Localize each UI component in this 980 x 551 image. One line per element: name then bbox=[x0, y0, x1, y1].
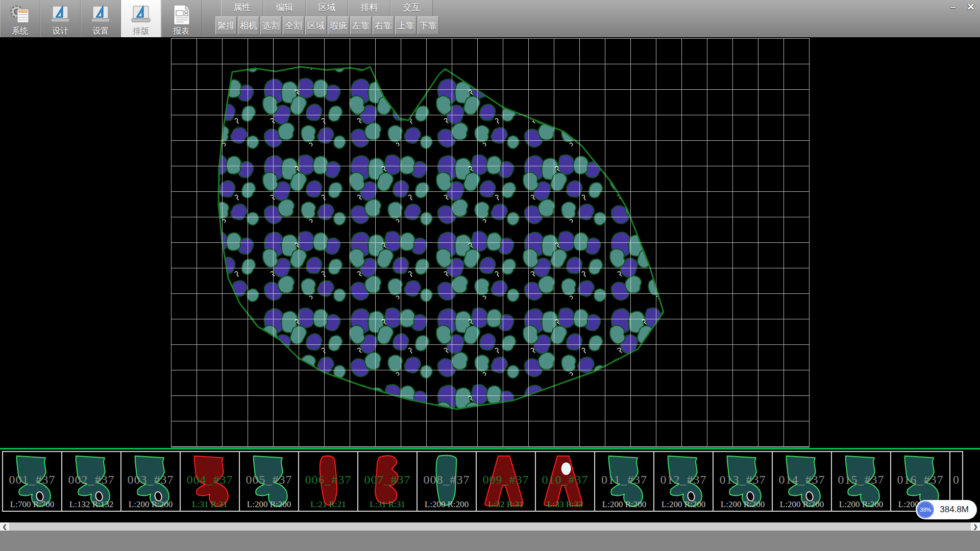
tool-button-4[interactable]: 区域 bbox=[305, 16, 327, 35]
tool-button-0[interactable]: 聚排 bbox=[215, 16, 237, 35]
piece-thumbnail[interactable]: 013_#37L:200 R:200 bbox=[713, 451, 773, 512]
piece-thumbnail[interactable]: 003_#37L:200 R:200 bbox=[120, 451, 181, 512]
piece-thumbnail[interactable]: 014_#37L:200 R:200 bbox=[772, 451, 832, 512]
window-controls: – ✕ bbox=[945, 1, 978, 13]
app-button-settings-ruler[interactable]: 设置 bbox=[81, 0, 121, 37]
app-button-report-doc[interactable]: 报表 bbox=[161, 0, 202, 37]
piece-shape bbox=[241, 453, 297, 510]
piece-shape bbox=[715, 453, 770, 510]
tool-button-9[interactable]: 下靠 bbox=[418, 16, 439, 35]
piece-thumbnail[interactable]: 004_#37L:31 R:31 bbox=[180, 451, 240, 512]
tool-button-1[interactable]: 相机 bbox=[238, 16, 259, 35]
tool-button-8[interactable]: 上靠 bbox=[395, 16, 416, 35]
piece-shape bbox=[774, 453, 829, 510]
piece-shape bbox=[5, 453, 60, 510]
piece-shape bbox=[182, 453, 237, 510]
piece-shape bbox=[597, 453, 652, 510]
canvas-viewport[interactable] bbox=[0, 37, 980, 448]
parts-strip: 001_#37L:700 R:700002_#37L:132 R:132003_… bbox=[0, 448, 980, 514]
menu-tab-1[interactable]: 编辑 bbox=[263, 0, 306, 16]
progress-circle: 38% bbox=[917, 501, 934, 518]
piece-thumbnail[interactable]: 002_#37L:132 R:132 bbox=[61, 451, 121, 512]
app-launcher: 系统设计设置排版报表 bbox=[0, 0, 202, 37]
piece-shape bbox=[834, 453, 889, 510]
layout-ruler-icon bbox=[130, 4, 152, 26]
piece-thumbnail[interactable]: 001_#37L:700 R:700 bbox=[2, 451, 62, 512]
piece-shape bbox=[656, 453, 711, 510]
piece-thumbnail[interactable]: 015_#37L:200 R:200 bbox=[831, 451, 891, 512]
piece-thumbnail[interactable]: 005_#37L:200 R:200 bbox=[239, 451, 299, 512]
minimize-button[interactable]: – bbox=[945, 1, 961, 13]
piece-shape bbox=[64, 453, 119, 510]
piece-thumbnail[interactable]: 011_#37L:200 R:200 bbox=[594, 451, 654, 512]
piece-thumbnail[interactable]: 006_#37L:21 R:21 bbox=[298, 451, 358, 512]
app-button-label: 报表 bbox=[173, 26, 189, 36]
menu-tab-4[interactable]: 交互 bbox=[390, 0, 433, 16]
toolbar: 系统设计设置排版报表 属性编辑区域排料交互 聚排相机选割全割区域瑕疵左靠右靠上靠… bbox=[0, 0, 980, 37]
app-button-label: 系统 bbox=[12, 26, 28, 36]
bottom-bar bbox=[0, 531, 980, 551]
app-button-label: 排版 bbox=[133, 26, 149, 36]
parts-list: 001_#37L:700 R:700002_#37L:132 R:132003_… bbox=[2, 451, 980, 512]
app-button-label: 设计 bbox=[52, 26, 68, 36]
piece-shape bbox=[478, 453, 533, 510]
menu-tabs: 属性编辑区域排料交互 bbox=[221, 0, 439, 16]
piece-shape bbox=[537, 453, 593, 510]
memory-label: 384.8M bbox=[940, 505, 969, 515]
piece-thumbnail[interactable]: 012_#37L:200 R:200 bbox=[653, 451, 714, 512]
piece-shape bbox=[123, 453, 178, 510]
menu-tab-0[interactable]: 属性 bbox=[221, 0, 263, 16]
report-doc-icon bbox=[170, 4, 192, 26]
hide-shape[interactable] bbox=[218, 67, 664, 409]
piece-thumbnail[interactable]: 007_#37L:31 R:31 bbox=[357, 451, 418, 512]
tool-bar: 聚排相机选割全割区域瑕疵左靠右靠上靠下靠 bbox=[215, 16, 439, 36]
tool-button-3[interactable]: 全割 bbox=[283, 16, 304, 35]
piece-thumbnail[interactable]: 009_#37L:32 R:31 bbox=[476, 451, 536, 512]
design-ruler-icon bbox=[49, 4, 71, 26]
menu-tab-2[interactable]: 区域 bbox=[306, 0, 348, 16]
h-scrollbar[interactable]: ❮ ❯ bbox=[0, 522, 980, 531]
progress-percent: 38% bbox=[920, 507, 931, 513]
menu-area: 属性编辑区域排料交互 聚排相机选割全割区域瑕疵左靠右靠上靠下靠 bbox=[204, 0, 439, 37]
nesting-layout[interactable] bbox=[0, 37, 980, 448]
app-button-system-gear[interactable]: 系统 bbox=[0, 0, 40, 37]
app-button-layout-ruler[interactable]: 排版 bbox=[121, 0, 161, 37]
menu-tab-3[interactable]: 排料 bbox=[348, 0, 390, 16]
system-gear-icon bbox=[9, 4, 31, 26]
app-button-design-ruler[interactable]: 设计 bbox=[40, 0, 81, 37]
tool-button-2[interactable]: 选割 bbox=[260, 16, 282, 35]
close-button[interactable]: ✕ bbox=[963, 1, 978, 13]
settings-ruler-icon bbox=[89, 4, 112, 26]
piece-thumbnail[interactable]: 010_#37L:33 R:33 bbox=[535, 451, 595, 512]
status-badge: 38% 384.8M bbox=[916, 500, 977, 519]
piece-shape bbox=[360, 453, 415, 510]
tool-button-7[interactable]: 右靠 bbox=[373, 16, 394, 35]
scroll-left-button[interactable]: ❮ bbox=[0, 522, 9, 531]
tool-button-5[interactable]: 瑕疵 bbox=[328, 16, 349, 35]
tool-button-6[interactable]: 左靠 bbox=[350, 16, 372, 35]
scroll-right-button[interactable]: ❯ bbox=[971, 522, 980, 531]
piece-shape bbox=[419, 453, 474, 510]
piece-shape bbox=[301, 453, 356, 510]
app-button-label: 设置 bbox=[92, 26, 109, 36]
piece-thumbnail[interactable]: 008_#37L:200 R:200 bbox=[416, 451, 477, 512]
